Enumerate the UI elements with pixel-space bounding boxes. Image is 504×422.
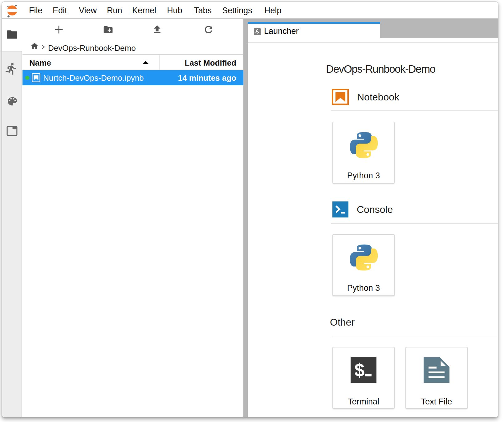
svg-text:$: $ <box>355 360 365 380</box>
